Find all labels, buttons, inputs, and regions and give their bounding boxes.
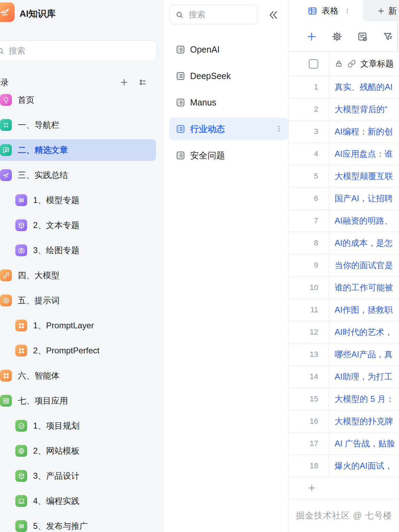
collapse-panel-icon[interactable] bbox=[268, 9, 279, 21]
sidebar-item-coding-practice[interactable]: 4、编程实践 bbox=[0, 490, 156, 512]
table-row[interactable]: 7 AI融资的明路、 bbox=[289, 210, 399, 232]
table-row[interactable]: 17 AI 广告战，贴脸 bbox=[289, 432, 399, 455]
table-row[interactable]: 18 爆火的AI面试， bbox=[289, 455, 399, 477]
globe-icon bbox=[15, 445, 27, 457]
sidebar-search-input[interactable] bbox=[8, 46, 140, 56]
row-number: 4 bbox=[289, 143, 329, 165]
sidebar-item-label: 3、绘图专题 bbox=[33, 245, 79, 256]
table-item-openai[interactable]: OpenAI bbox=[169, 38, 288, 61]
table-row[interactable]: 10 谁的工作可能被 bbox=[289, 276, 399, 299]
kb-title: AI知识库 bbox=[19, 8, 56, 20]
settings-gear-icon[interactable] bbox=[331, 31, 343, 42]
article-title-link[interactable]: 国产AI，让招聘 bbox=[329, 187, 399, 209]
paper-plane-icon bbox=[0, 169, 12, 181]
table-item-manus[interactable]: Manus bbox=[169, 91, 288, 114]
article-title-link[interactable]: 爆火的AI面试， bbox=[329, 455, 399, 477]
table-row[interactable]: 2 大模型背后的“ bbox=[289, 98, 399, 120]
table-list-search-input[interactable] bbox=[188, 9, 251, 20]
sidebar-item-label: 2、PromptPerfect bbox=[33, 345, 100, 356]
sidebar-item-agents[interactable]: 六、智能体 bbox=[0, 365, 156, 386]
sidebar-item-website-templates[interactable]: 2、网站模板 bbox=[0, 440, 156, 462]
sidebar-item-navbar[interactable]: 一、导航栏 bbox=[0, 114, 156, 136]
field-config-icon[interactable] bbox=[357, 31, 368, 42]
sidebar-item-product-design[interactable]: 3、产品设计 bbox=[0, 465, 156, 487]
article-title-link[interactable]: 谁的工作可能被 bbox=[329, 276, 399, 298]
sidebar-item-project-apps[interactable]: 七、项目应用 bbox=[0, 390, 156, 412]
article-title-link[interactable]: AI编程：新的创 bbox=[329, 120, 399, 142]
article-title-link[interactable]: AI助理，为打工 bbox=[329, 366, 399, 388]
sidebar-item-project-planning[interactable]: 1、项目规划 bbox=[0, 415, 156, 437]
table-row[interactable]: 5 大模型颠覆互联 bbox=[289, 165, 399, 187]
article-title-link[interactable]: 大模型的扑克牌 bbox=[329, 410, 399, 432]
article-title-link[interactable]: AI应用盘点：谁 bbox=[329, 143, 399, 165]
table-row[interactable]: 16 大模型的扑克牌 bbox=[289, 410, 399, 432]
table-row[interactable]: 15 大模型的 5 月： bbox=[289, 388, 399, 410]
knowledge-base-sidebar: AI知识库 目录 首页 一、导航栏 bbox=[0, 0, 163, 532]
article-title-link[interactable]: 真实、残酷的AI bbox=[329, 76, 399, 98]
new-view-button[interactable]: 新 bbox=[363, 0, 399, 22]
row-number: 2 bbox=[289, 98, 329, 120]
title-column-header[interactable]: 文章标题 bbox=[329, 52, 399, 76]
plus-icon bbox=[377, 7, 385, 15]
grid-header-row: 文章标题 bbox=[289, 52, 399, 76]
sidebar-item-home[interactable]: 首页 bbox=[0, 89, 156, 111]
grid-toolbar bbox=[289, 22, 399, 52]
row-number: 9 bbox=[289, 254, 329, 276]
table-list-search[interactable] bbox=[170, 5, 257, 24]
table-row[interactable]: 11 AI作图，拯救职 bbox=[289, 299, 399, 321]
table-row[interactable]: 13 哪些AI产品，真 bbox=[289, 343, 399, 366]
table-row[interactable]: 9 当你的面试官是 bbox=[289, 254, 399, 276]
article-title-link[interactable]: 当你的面试官是 bbox=[329, 254, 399, 276]
article-title-link[interactable]: 大模型的 5 月： bbox=[329, 388, 399, 410]
article-title-link[interactable]: AI 广告战，贴脸 bbox=[329, 432, 399, 454]
filter-icon[interactable] bbox=[382, 31, 393, 42]
sidebar-item-label: 首页 bbox=[18, 94, 34, 105]
app-logo-icon[interactable] bbox=[0, 2, 15, 22]
sidebar-item-publish-promotion[interactable]: 5、发布与推广 bbox=[0, 515, 156, 532]
select-all-checkbox[interactable] bbox=[309, 59, 318, 69]
add-row-button[interactable] bbox=[289, 477, 399, 499]
tab-table-view[interactable]: 表格 bbox=[308, 0, 351, 22]
article-title-link[interactable]: 大模型颠覆互联 bbox=[329, 165, 399, 187]
article-title-link[interactable]: 哪些AI产品，真 bbox=[329, 343, 399, 365]
directory-settings-icon[interactable] bbox=[138, 78, 148, 87]
table-item-label: 安全问题 bbox=[190, 150, 225, 161]
sidebar-search[interactable] bbox=[0, 40, 157, 61]
table-row[interactable]: 14 AI助理，为打工 bbox=[289, 366, 399, 388]
table-row[interactable]: 4 AI应用盘点：谁 bbox=[289, 143, 399, 165]
table-row[interactable]: 3 AI编程：新的创 bbox=[289, 120, 399, 143]
app-grid-icon bbox=[15, 345, 27, 357]
table-row[interactable]: 12 AI时代的艺术， bbox=[289, 321, 399, 343]
table-row[interactable]: 1 真实、残酷的AI bbox=[289, 76, 399, 98]
table-row[interactable]: 6 国产AI，让招聘 bbox=[289, 187, 399, 210]
article-title-link[interactable]: AI的成本，是怎 bbox=[329, 232, 399, 254]
row-number: 18 bbox=[289, 455, 329, 477]
home-crystal-icon bbox=[0, 94, 12, 106]
table-item-label: DeepSeek bbox=[190, 71, 231, 81]
add-record-icon[interactable] bbox=[306, 31, 317, 42]
table-item-industry-news[interactable]: 行业动态 bbox=[169, 118, 288, 140]
sidebar-item-drawing-topic[interactable]: 3、绘图专题 bbox=[0, 240, 156, 261]
table-item-deepseek[interactable]: DeepSeek bbox=[169, 65, 288, 87]
article-title-link[interactable]: 大模型背后的“ bbox=[329, 98, 399, 120]
sidebar-item-label: 二、精选文章 bbox=[18, 144, 68, 156]
sidebar-item-featured-articles[interactable]: 二、精选文章 bbox=[0, 139, 156, 161]
sidebar-item-label: 六、智能体 bbox=[18, 370, 60, 381]
article-title-link[interactable]: AI融资的明路、 bbox=[329, 210, 399, 232]
sidebar-item-llm[interactable]: 四、大模型 bbox=[0, 265, 156, 286]
search-icon bbox=[0, 47, 5, 55]
article-title-link[interactable]: AI时代的艺术， bbox=[329, 321, 399, 343]
sidebar-item-promptperfect[interactable]: 2、PromptPerfect bbox=[0, 340, 156, 361]
table-row[interactable]: 8 AI的成本，是怎 bbox=[289, 232, 399, 254]
add-page-icon[interactable] bbox=[119, 78, 129, 87]
table-item-security[interactable]: 安全问题 bbox=[169, 144, 288, 166]
sidebar-item-text-topic[interactable]: 2、文本专题 bbox=[0, 214, 156, 236]
article-title-link[interactable]: AI作图，拯救职 bbox=[329, 299, 399, 321]
sidebar-item-promptlayer[interactable]: 1、PromptLayer bbox=[0, 315, 156, 336]
view-options-icon[interactable] bbox=[344, 7, 351, 14]
sidebar-item-label: 3、产品设计 bbox=[33, 470, 79, 482]
sidebar-item-practice-summary[interactable]: 三、实践总结 bbox=[0, 164, 156, 186]
sidebar-item-prompts[interactable]: 五、提示词 bbox=[0, 290, 156, 311]
sidebar-item-model-topic[interactable]: 1、模型专题 bbox=[0, 189, 156, 211]
more-options-icon[interactable] bbox=[275, 125, 283, 133]
